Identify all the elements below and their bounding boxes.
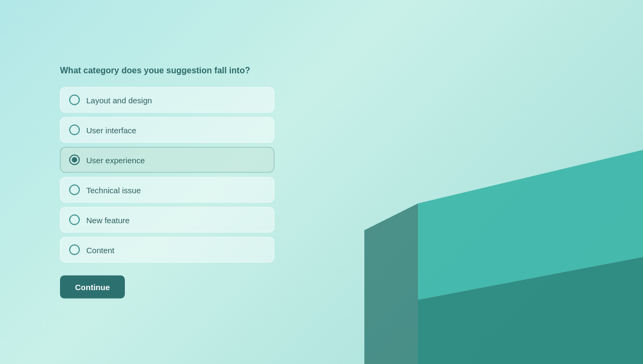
continue-button[interactable]: Continue [60, 276, 125, 299]
option-item-new-feature[interactable]: New feature [60, 207, 274, 233]
radio-layout-design [69, 95, 80, 105]
option-label-user-interface: User interface [86, 125, 136, 134]
option-label-content: Content [86, 245, 115, 254]
radio-content [69, 245, 80, 255]
option-item-technical-issue[interactable]: Technical issue [60, 177, 274, 203]
option-label-technical-issue: Technical issue [86, 185, 141, 194]
svg-marker-1 [418, 257, 643, 364]
radio-new-feature [69, 215, 80, 225]
option-item-user-interface[interactable]: User interface [60, 117, 274, 143]
options-list: Layout and designUser interfaceUser expe… [60, 87, 274, 263]
option-item-layout-design[interactable]: Layout and design [60, 87, 274, 113]
svg-marker-0 [418, 150, 643, 300]
form-container: What category does youe suggestion fall … [60, 66, 274, 299]
decorative-shape [364, 150, 643, 364]
radio-technical-issue [69, 185, 80, 195]
option-item-user-experience[interactable]: User experience [60, 147, 274, 173]
option-label-user-experience: User experience [86, 155, 145, 164]
question-title: What category does youe suggestion fall … [60, 66, 274, 75]
radio-user-experience [69, 155, 80, 165]
option-label-layout-design: Layout and design [86, 95, 152, 104]
option-item-content[interactable]: Content [60, 237, 274, 263]
option-label-new-feature: New feature [86, 215, 130, 224]
svg-marker-2 [364, 203, 418, 364]
radio-user-interface [69, 125, 80, 135]
